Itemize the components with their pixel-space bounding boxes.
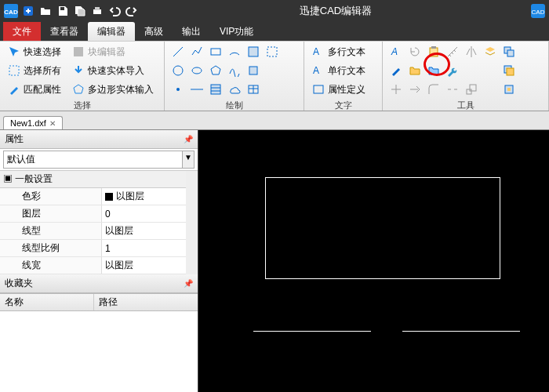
clipboard-icon[interactable] <box>425 43 442 60</box>
mtext-button[interactable]: A多行文本 <box>309 43 369 60</box>
textstyle-icon[interactable]: A <box>387 43 405 60</box>
copy-icon[interactable] <box>500 43 518 60</box>
document-tab-label: New1.dxf <box>10 118 46 128</box>
help-icon[interactable]: CAD <box>530 3 546 19</box>
default-combo[interactable]: 默认值 ▼ <box>0 149 198 171</box>
ellipse-icon[interactable] <box>188 62 205 79</box>
pin-icon-2[interactable]: 📌 <box>184 279 193 288</box>
ribbon-group-draw: 绘制 <box>165 42 304 111</box>
redo-icon[interactable] <box>124 3 140 19</box>
menu-vip[interactable]: VIP功能 <box>210 22 263 41</box>
menu-file[interactable]: 文件 <box>3 22 41 41</box>
extend-icon[interactable] <box>406 81 424 98</box>
drawn-line-2 <box>402 331 520 332</box>
document-tabs: New1.dxf ✕ <box>0 111 549 130</box>
close-tab-icon[interactable]: ✕ <box>49 119 56 128</box>
group-label-draw: 绘制 <box>169 98 299 112</box>
scrollbar[interactable] <box>186 171 198 274</box>
col-path[interactable]: 路径 <box>94 294 122 310</box>
cloud-icon[interactable] <box>226 81 243 98</box>
polygon-icon[interactable] <box>207 62 224 79</box>
svg-text:CAD: CAD <box>4 9 18 16</box>
overlay-icon[interactable] <box>500 62 518 79</box>
stext-button[interactable]: A单行文本 <box>309 62 369 79</box>
general-section[interactable]: ▣ 一般设置 <box>0 171 186 188</box>
select-all-button[interactable]: 选择所有 <box>5 62 64 79</box>
layers-icon[interactable] <box>482 43 499 60</box>
svg-text:A: A <box>391 46 398 57</box>
scale-icon[interactable] <box>463 81 480 98</box>
save-icon[interactable] <box>55 3 71 19</box>
polyline-icon[interactable] <box>188 43 205 60</box>
break-icon[interactable] <box>444 81 461 98</box>
folder-yellow-icon[interactable] <box>406 62 424 79</box>
block-icon[interactable] <box>500 81 518 98</box>
group-label-select: 选择 <box>5 98 159 112</box>
attrdef-button[interactable]: 属性定义 <box>309 81 369 98</box>
group-label-tools: 工具 <box>387 98 544 112</box>
prop-row-color[interactable]: 色彩以图层 <box>0 188 186 205</box>
hatch-icon[interactable] <box>207 81 224 98</box>
undo-icon[interactable] <box>107 3 122 19</box>
svg-rect-21 <box>314 85 323 93</box>
point-icon[interactable] <box>169 81 187 98</box>
document-tab[interactable]: New1.dxf ✕ <box>3 116 63 129</box>
menu-viewer[interactable]: 查看器 <box>41 22 88 41</box>
svg-rect-9 <box>74 47 83 56</box>
svg-rect-28 <box>507 68 514 75</box>
import-entities-button[interactable]: 快速实体导入 <box>69 62 157 79</box>
spline-icon[interactable] <box>226 62 243 79</box>
circle-icon[interactable] <box>169 62 187 79</box>
color-swatch <box>105 193 113 201</box>
favorites-list <box>0 311 198 392</box>
svg-rect-26 <box>507 50 514 56</box>
paintbrush-icon[interactable] <box>387 62 405 79</box>
main-area: 属性 📌 默认值 ▼ ▣ 一般设置 色彩以图层 图层0 线型以图层 线型比例1 … <box>0 130 549 392</box>
ribbon: 快速选择 选择所有 匹配属性 块编辑器 快速实体导入 多边形实体输入 选择 <box>0 41 549 111</box>
open-file-icon[interactable] <box>38 3 53 19</box>
print-icon[interactable] <box>89 3 105 19</box>
svg-rect-10 <box>211 49 220 55</box>
favorites-header: 收藏夹 📌 <box>0 274 198 293</box>
svg-point-16 <box>176 88 180 91</box>
prop-row-lineweight[interactable]: 线宽以图层 <box>0 257 186 274</box>
prop-row-linetype[interactable]: 线型以图层 <box>0 223 186 240</box>
xline-icon[interactable] <box>188 81 205 98</box>
menu-advanced[interactable]: 高级 <box>135 22 173 41</box>
rectangle-icon[interactable] <box>207 43 224 60</box>
ribbon-group-text: A多行文本 A单行文本 属性定义 文字 <box>304 42 383 111</box>
hatch-pick-icon[interactable] <box>245 43 262 60</box>
menu-output[interactable]: 输出 <box>173 22 210 41</box>
svg-rect-30 <box>470 85 476 91</box>
fillet-icon[interactable] <box>425 81 442 98</box>
trim-icon[interactable] <box>387 81 405 98</box>
mirror-icon[interactable] <box>463 43 480 60</box>
region-icon[interactable] <box>264 43 281 60</box>
arc-dropdown-icon[interactable] <box>226 43 243 60</box>
quick-select-button[interactable]: 快速选择 <box>5 43 64 60</box>
new-file-icon[interactable] <box>20 3 36 19</box>
drawing-canvas[interactable] <box>198 130 549 392</box>
svg-rect-32 <box>507 88 511 91</box>
rotate-icon[interactable] <box>406 43 424 60</box>
match-props-button[interactable]: 匹配属性 <box>5 81 64 98</box>
spacer2 <box>482 62 499 79</box>
svg-text:A: A <box>313 46 319 57</box>
line-icon[interactable] <box>169 43 187 60</box>
save-all-icon[interactable] <box>72 3 88 19</box>
table-icon[interactable] <box>245 81 262 98</box>
insert-block-icon[interactable] <box>245 62 262 79</box>
menu-editor[interactable]: 编辑器 <box>88 22 135 41</box>
wrench-dropdown-icon[interactable] <box>444 62 461 79</box>
folder-blue-icon[interactable] <box>425 62 442 79</box>
col-name[interactable]: 名称 <box>0 294 94 310</box>
svg-point-13 <box>173 66 183 75</box>
pin-icon[interactable]: 📌 <box>184 135 193 143</box>
prop-row-layer[interactable]: 图层0 <box>0 205 186 223</box>
prop-row-ltscale[interactable]: 线型比例1 <box>0 240 186 257</box>
measure-icon[interactable] <box>444 43 461 60</box>
app-icon: CAD <box>3 3 19 19</box>
chevron-down-icon[interactable]: ▼ <box>183 151 195 169</box>
polygon-input-button[interactable]: 多边形实体输入 <box>69 81 157 98</box>
block-editor-button: 块编辑器 <box>69 43 157 60</box>
